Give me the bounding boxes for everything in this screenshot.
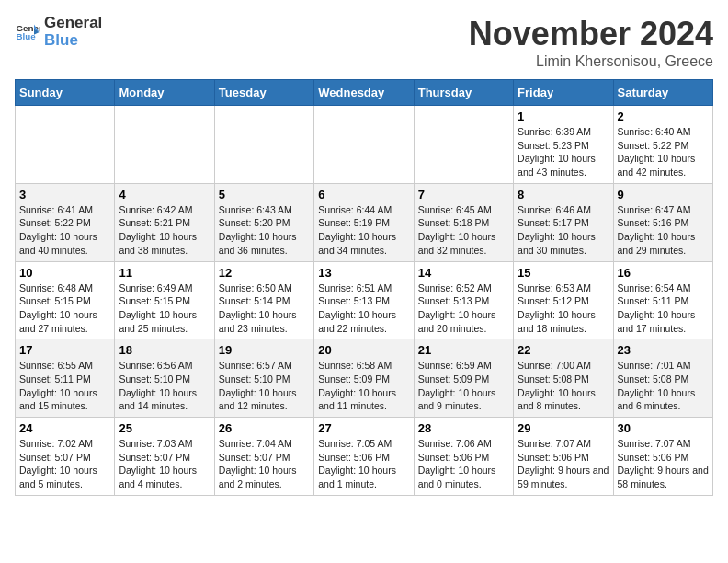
day-number: 9: [618, 188, 709, 201]
day-info: Sunrise: 6:52 AM Sunset: 5:13 PM Dayligh…: [418, 282, 509, 336]
day-number: 13: [318, 266, 409, 280]
calendar-cell: 4Sunrise: 6:42 AM Sunset: 5:21 PM Daylig…: [115, 183, 214, 261]
month-title: November 2024: [469, 15, 713, 53]
calendar-cell: 8Sunrise: 6:46 AM Sunset: 5:17 PM Daylig…: [514, 183, 613, 261]
day-number: 6: [318, 188, 409, 201]
day-info: Sunrise: 7:02 AM Sunset: 5:07 PM Dayligh…: [19, 437, 110, 491]
day-number: 20: [318, 343, 409, 357]
calendar-cell: [214, 106, 313, 184]
day-number: 5: [219, 188, 310, 201]
day-info: Sunrise: 7:07 AM Sunset: 5:06 PM Dayligh…: [518, 437, 609, 491]
day-number: 2: [618, 109, 709, 123]
day-number: 24: [19, 421, 110, 435]
calendar-cell: 15Sunrise: 6:53 AM Sunset: 5:12 PM Dayli…: [514, 261, 613, 339]
calendar-cell: 24Sunrise: 7:02 AM Sunset: 5:07 PM Dayli…: [16, 418, 115, 496]
calendar-cell: [414, 106, 513, 184]
day-info: Sunrise: 7:04 AM Sunset: 5:07 PM Dayligh…: [219, 437, 310, 491]
day-info: Sunrise: 6:40 AM Sunset: 5:22 PM Dayligh…: [618, 125, 709, 179]
day-number: 16: [618, 266, 709, 280]
location-title: Limin Khersonisou, Greece: [469, 53, 713, 70]
day-number: 17: [19, 343, 110, 357]
calendar-cell: 7Sunrise: 6:45 AM Sunset: 5:18 PM Daylig…: [414, 183, 513, 261]
day-number: 26: [219, 421, 310, 435]
calendar-week-row: 3Sunrise: 6:41 AM Sunset: 5:22 PM Daylig…: [16, 183, 713, 261]
calendar-week-row: 24Sunrise: 7:02 AM Sunset: 5:07 PM Dayli…: [16, 418, 713, 496]
calendar-cell: 29Sunrise: 7:07 AM Sunset: 5:06 PM Dayli…: [514, 418, 613, 496]
day-info: Sunrise: 6:45 AM Sunset: 5:18 PM Dayligh…: [418, 203, 509, 258]
day-info: Sunrise: 6:57 AM Sunset: 5:10 PM Dayligh…: [219, 359, 310, 413]
weekday-header-friday: Friday: [514, 80, 613, 106]
day-number: 14: [418, 266, 509, 280]
day-info: Sunrise: 7:07 AM Sunset: 5:06 PM Dayligh…: [618, 437, 709, 491]
day-number: 7: [418, 188, 509, 201]
calendar-cell: 11Sunrise: 6:49 AM Sunset: 5:15 PM Dayli…: [115, 261, 214, 339]
calendar-cell: 28Sunrise: 7:06 AM Sunset: 5:06 PM Dayli…: [414, 418, 513, 496]
logo-icon: General Blue: [15, 19, 40, 45]
day-info: Sunrise: 6:51 AM Sunset: 5:13 PM Dayligh…: [318, 282, 409, 336]
calendar-cell: [314, 106, 414, 184]
svg-text:Blue: Blue: [16, 31, 36, 41]
calendar-cell: 17Sunrise: 6:55 AM Sunset: 5:11 PM Dayli…: [16, 339, 115, 418]
weekday-header-thursday: Thursday: [414, 80, 513, 106]
day-info: Sunrise: 6:47 AM Sunset: 5:16 PM Dayligh…: [618, 203, 709, 258]
day-number: 3: [19, 188, 110, 201]
calendar-cell: 1Sunrise: 6:39 AM Sunset: 5:23 PM Daylig…: [514, 106, 613, 184]
day-info: Sunrise: 6:46 AM Sunset: 5:17 PM Dayligh…: [518, 203, 609, 258]
calendar-cell: 12Sunrise: 6:50 AM Sunset: 5:14 PM Dayli…: [214, 261, 313, 339]
day-number: 23: [618, 343, 709, 357]
page-header: General Blue General Blue November 2024 …: [15, 15, 713, 70]
day-number: 12: [219, 266, 310, 280]
weekday-header-wednesday: Wednesday: [314, 80, 414, 106]
calendar-cell: [115, 106, 214, 184]
day-info: Sunrise: 6:56 AM Sunset: 5:10 PM Dayligh…: [119, 359, 210, 413]
calendar-cell: 10Sunrise: 6:48 AM Sunset: 5:15 PM Dayli…: [16, 261, 115, 339]
day-info: Sunrise: 6:55 AM Sunset: 5:11 PM Dayligh…: [19, 359, 110, 413]
day-info: Sunrise: 6:50 AM Sunset: 5:14 PM Dayligh…: [219, 282, 310, 336]
calendar-cell: 16Sunrise: 6:54 AM Sunset: 5:11 PM Dayli…: [613, 261, 712, 339]
calendar-week-row: 10Sunrise: 6:48 AM Sunset: 5:15 PM Dayli…: [16, 261, 713, 339]
calendar-cell: 30Sunrise: 7:07 AM Sunset: 5:06 PM Dayli…: [613, 418, 712, 496]
logo: General Blue General Blue: [15, 15, 102, 49]
day-info: Sunrise: 6:53 AM Sunset: 5:12 PM Dayligh…: [518, 282, 609, 336]
calendar-cell: 19Sunrise: 6:57 AM Sunset: 5:10 PM Dayli…: [214, 339, 313, 418]
calendar-cell: 26Sunrise: 7:04 AM Sunset: 5:07 PM Dayli…: [214, 418, 313, 496]
weekday-header-row: SundayMondayTuesdayWednesdayThursdayFrid…: [16, 80, 713, 106]
day-info: Sunrise: 6:59 AM Sunset: 5:09 PM Dayligh…: [418, 359, 509, 413]
weekday-header-sunday: Sunday: [16, 80, 115, 106]
day-info: Sunrise: 6:39 AM Sunset: 5:23 PM Dayligh…: [518, 125, 609, 179]
day-number: 10: [19, 266, 110, 280]
day-info: Sunrise: 7:00 AM Sunset: 5:08 PM Dayligh…: [518, 359, 609, 413]
day-number: 4: [119, 188, 210, 201]
calendar-cell: 27Sunrise: 7:05 AM Sunset: 5:06 PM Dayli…: [314, 418, 414, 496]
calendar-cell: 25Sunrise: 7:03 AM Sunset: 5:07 PM Dayli…: [115, 418, 214, 496]
calendar-cell: 23Sunrise: 7:01 AM Sunset: 5:08 PM Dayli…: [613, 339, 712, 418]
day-number: 22: [518, 343, 609, 357]
day-info: Sunrise: 6:42 AM Sunset: 5:21 PM Dayligh…: [119, 203, 210, 258]
calendar-table: SundayMondayTuesdayWednesdayThursdayFrid…: [15, 79, 713, 496]
calendar-week-row: 17Sunrise: 6:55 AM Sunset: 5:11 PM Dayli…: [16, 339, 713, 418]
day-number: 27: [318, 421, 409, 435]
calendar-cell: 18Sunrise: 6:56 AM Sunset: 5:10 PM Dayli…: [115, 339, 214, 418]
day-info: Sunrise: 7:05 AM Sunset: 5:06 PM Dayligh…: [318, 437, 409, 491]
calendar-cell: 2Sunrise: 6:40 AM Sunset: 5:22 PM Daylig…: [613, 106, 712, 184]
day-number: 29: [518, 421, 609, 435]
day-number: 11: [119, 266, 210, 280]
day-info: Sunrise: 6:41 AM Sunset: 5:22 PM Dayligh…: [19, 203, 110, 258]
day-number: 19: [219, 343, 310, 357]
weekday-header-monday: Monday: [115, 80, 214, 106]
day-number: 8: [518, 188, 609, 201]
day-info: Sunrise: 7:03 AM Sunset: 5:07 PM Dayligh…: [119, 437, 210, 491]
day-number: 15: [518, 266, 609, 280]
calendar-week-row: 1Sunrise: 6:39 AM Sunset: 5:23 PM Daylig…: [16, 106, 713, 184]
day-number: 18: [119, 343, 210, 357]
day-number: 21: [418, 343, 509, 357]
calendar-cell: 5Sunrise: 6:43 AM Sunset: 5:20 PM Daylig…: [214, 183, 313, 261]
calendar-cell: 22Sunrise: 7:00 AM Sunset: 5:08 PM Dayli…: [514, 339, 613, 418]
day-number: 1: [518, 109, 609, 123]
day-info: Sunrise: 7:01 AM Sunset: 5:08 PM Dayligh…: [618, 359, 709, 413]
day-info: Sunrise: 7:06 AM Sunset: 5:06 PM Dayligh…: [418, 437, 509, 491]
day-info: Sunrise: 6:43 AM Sunset: 5:20 PM Dayligh…: [219, 203, 310, 258]
day-info: Sunrise: 6:49 AM Sunset: 5:15 PM Dayligh…: [119, 282, 210, 336]
day-info: Sunrise: 6:48 AM Sunset: 5:15 PM Dayligh…: [19, 282, 110, 336]
day-number: 28: [418, 421, 509, 435]
